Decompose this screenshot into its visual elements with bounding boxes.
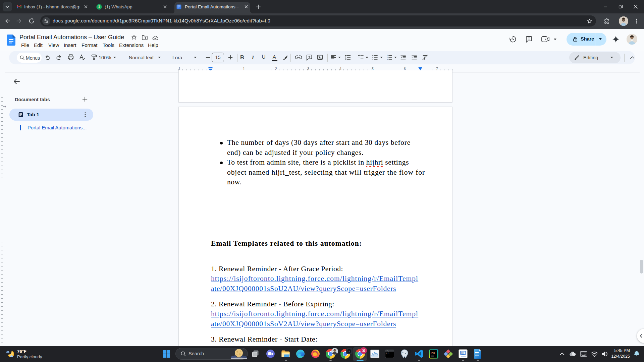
- svg-text:GO: GO: [461, 352, 464, 354]
- svg-text:3: 3: [387, 58, 388, 60]
- svg-text:C:\_: C:\_: [386, 350, 389, 352]
- svg-text:1: 1: [387, 54, 388, 56]
- svg-text:1: 1: [98, 5, 100, 9]
- svg-text:TaskPro: TaskPro: [461, 356, 466, 357]
- svg-text:PC: PC: [431, 351, 435, 355]
- svg-text:C:\_: C:\_: [386, 352, 391, 355]
- svg-text:2: 2: [387, 56, 388, 58]
